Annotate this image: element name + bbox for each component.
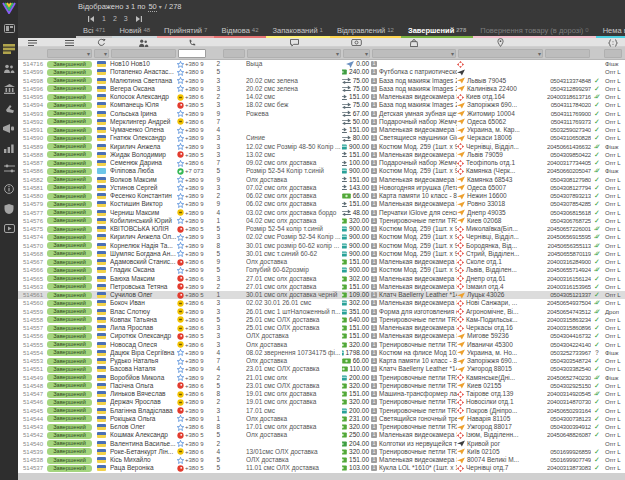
column-header-check[interactable] [591, 38, 603, 47]
column-header-status[interactable] [46, 38, 93, 47]
column-header-product[interactable] [371, 38, 457, 47]
page-size-dropdown[interactable]: 50 [148, 2, 156, 12]
tab-Відмова[interactable]: Відмова 42 [214, 24, 265, 38]
table-row[interactable]: 514557 Завершений Лила Ярослав +380 6 3 … [18, 324, 625, 332]
filter-cell[interactable] [545, 49, 590, 58]
table-row[interactable]: 514548 Завершений Пасічна Ольга +380 6 5… [18, 382, 625, 390]
table-row[interactable]: 514556 Завершений Сиротюк Олександр +380… [18, 332, 625, 340]
table-row[interactable]: 514545 Завершений Благінна Владіслава +3… [18, 407, 625, 415]
tab-Завершений[interactable]: Завершений 278 [401, 24, 473, 38]
sidebar-item-orders-icon[interactable] [3, 43, 15, 54]
column-header-source[interactable] [93, 38, 110, 47]
table-row[interactable]: 514560 Завершений Бокоч Иван +380 6 3 02… [18, 299, 625, 307]
tab-Запакований[interactable]: Запакований 1 [266, 24, 330, 38]
page-number[interactable]: 1 [102, 15, 106, 22]
table-row[interactable]: 514591 Завершений Чумаченко Олена +380 9… [18, 126, 625, 134]
table-row[interactable]: 514549 Завершений Воробйов Микола +380 9… [18, 374, 625, 382]
table-row[interactable]: 514587 Завершений Семенюк Дарина +380 6 … [18, 159, 625, 167]
sidebar-item-company-icon[interactable] [3, 83, 15, 94]
sidebar-item-automation-icon[interactable] [3, 163, 15, 174]
table-row[interactable]: 514594 Завершений Компанець Юля +380 5 3… [18, 101, 625, 109]
table-row[interactable]: 514596 Завершений Вегера Оксана +380 9 3… [18, 85, 625, 93]
tab-Нема в наявності[interactable]: Нема в наявності 1 [596, 24, 625, 38]
chevron-down-icon[interactable]: ▾ [159, 3, 162, 10]
table-row[interactable]: 514555 Завершений Новосад Олеся +380 6 3… [18, 341, 625, 349]
first-page-button[interactable] [88, 16, 95, 22]
column-header-qty[interactable] [207, 38, 222, 47]
filter-input[interactable] [178, 49, 206, 58]
table-row[interactable]: 514595 Завершений Колосок Александр +380… [18, 93, 625, 101]
table-row[interactable]: 514598 Завершений Малютина Светлана +380… [18, 77, 625, 85]
table-row[interactable]: 514553 Завершений Рудько Наталья +380 9 … [18, 357, 625, 365]
table-row[interactable]: 514539 Завершений Роке-Бетанкурт Лін... … [18, 448, 625, 456]
table-row[interactable]: 514565 Завершений Баюха Максим +380 6 3 … [18, 275, 625, 283]
table-row[interactable]: 514577 Завершений Черниш Максим +380 9 4… [18, 209, 625, 217]
sidebar-item-sales-icon[interactable] [3, 103, 15, 114]
table-row[interactable]: 514561 Завершений Сучилов Олег +380 5 1 … [18, 291, 625, 299]
sidebar-item-marketing-icon[interactable] [3, 123, 15, 134]
table-row[interactable]: 514566 Завершений Гладик Оксана +380 9 5… [18, 266, 625, 274]
filter-cell[interactable] [223, 49, 245, 58]
table-row[interactable]: 514574 Завершений Кирилич Анжела Ол... +… [18, 233, 625, 241]
table-row[interactable]: 514579 Завершений Костишин Виктор +380 9… [18, 200, 625, 208]
column-header-tracking[interactable] [544, 38, 591, 47]
filter-dropdown[interactable]: ▾ [343, 49, 370, 58]
column-header-id[interactable] [18, 38, 46, 47]
filter-dropdown[interactable]: ▾ [372, 49, 456, 58]
table-row[interactable]: 514544 Завершений Рокіцька Ольга +380 9 … [18, 415, 625, 423]
filter-dropdown[interactable]: ▾ [458, 49, 543, 58]
table-row[interactable]: 514576 Завершений Кобилинський Юрий +380… [18, 217, 625, 225]
tab-Новий[interactable]: Новий 48 [112, 24, 157, 38]
filter-dropdown[interactable]: ▾ [94, 49, 109, 58]
table-row[interactable]: 514547 Завершений Линьков Вячеслав +380 … [18, 390, 625, 398]
table-row[interactable]: 514546 Завершений Держач Ярослав +380 9 … [18, 398, 625, 406]
table-row[interactable]: 514586 Завершений Філіпова Люба +7 073 5… [18, 167, 625, 175]
table-row[interactable]: 514590 Завершений Гнатюк Олександр +380 … [18, 134, 625, 142]
table-row[interactable]: 514559 Завершений Влас Слотюу +380 9 3 2… [18, 308, 625, 316]
table-row[interactable]: 514558 Завершений Ковпак Татьяна +380 6 … [18, 316, 625, 324]
table-row[interactable]: 514575 Завершений КВІТОВСЬКА ЮЛІЯ +380 5… [18, 225, 625, 233]
table-row[interactable]: 514554 Завершений Дацюк Віра Сергіївна +… [18, 349, 625, 357]
page-number[interactable]: 3 [124, 15, 128, 22]
table-row[interactable]: 514581 Завершений Устинов Сергей +380 9 … [18, 184, 625, 192]
filter-cell[interactable] [604, 49, 622, 58]
sidebar-item-info-icon[interactable] [3, 183, 15, 194]
filter-dropdown[interactable]: ▾ [47, 49, 92, 58]
sidebar-item-stats-icon[interactable] [3, 143, 15, 154]
tab-Повернення товару (в дорозі)[interactable]: Повернення товару (в дорозі) 0 [473, 24, 595, 38]
column-header-payment[interactable] [342, 38, 371, 47]
column-header-comment[interactable] [246, 38, 342, 47]
table-row[interactable]: 514538 Завершений Кісь Михайло +380 9 5 … [18, 456, 625, 464]
sidebar-item-dashboard-icon[interactable] [3, 23, 15, 34]
filter-dropdown[interactable]: ▾ [247, 49, 341, 58]
table-row[interactable]: 514542 Завершений Кошмак Александр +380 … [18, 431, 625, 439]
table-row[interactable]: 514582 Завершений Волков Максим +380 9 9… [18, 176, 625, 184]
column-header-tag[interactable] [603, 38, 623, 47]
column-header-spacer[interactable] [222, 38, 246, 47]
sidebar-item-clients-icon[interactable] [3, 63, 15, 74]
table-row[interactable]: 514537 Завершений Раца Вероніка +380 5 5… [18, 464, 625, 472]
table-row[interactable]: 514589 Завершений Кирилич Анжела +380 9 … [18, 143, 625, 151]
table-row[interactable]: 514563 Завершений Петровська Тетяна +380… [18, 283, 625, 291]
tab-Всі[interactable]: Всі 471 [76, 24, 112, 38]
column-header-delivery[interactable] [457, 38, 544, 47]
tab-Прийнятий[interactable]: Прийнятий 7 [157, 24, 214, 38]
table-row[interactable]: 514599 Завершений Потапенко Анастас... +… [18, 68, 625, 76]
table-row[interactable]: 514716 Завершений Нов10 Нов10 +380 9 2 В… [18, 60, 625, 68]
table-row[interactable]: 514540 Завершений Валентина Василье... +… [18, 440, 625, 448]
column-header-client[interactable] [110, 38, 177, 47]
table-row[interactable]: 514580 Завершений Фесенко Константин +38… [18, 192, 625, 200]
page-number[interactable]: 2 [113, 15, 117, 22]
table-row[interactable]: 514568 Завершений Шумляс Богдана Ан... +… [18, 250, 625, 258]
table-row[interactable]: 514588 Завершений Жидак Володимир +380 5… [18, 151, 625, 159]
table-row[interactable]: 514570 Завершений Корнелюк Надія Та... +… [18, 242, 625, 250]
filter-cell[interactable] [111, 49, 176, 58]
table-row[interactable]: 514593 Завершений Сольська Ірина +380 9 … [18, 110, 625, 118]
table-row[interactable]: 514543 Завершений Бєлов Олег +380 6 8 17… [18, 423, 625, 431]
sidebar-item-video-icon[interactable] [3, 223, 15, 234]
tab-Відправлений[interactable]: Відправлений 12 [330, 24, 401, 38]
sidebar-item-support-icon[interactable] [3, 203, 15, 214]
last-page-button[interactable] [135, 16, 142, 22]
table-row[interactable]: 514592 Завершений Мерклингер Андрей +380… [18, 118, 625, 126]
app-logo-icon[interactable] [2, 2, 16, 14]
